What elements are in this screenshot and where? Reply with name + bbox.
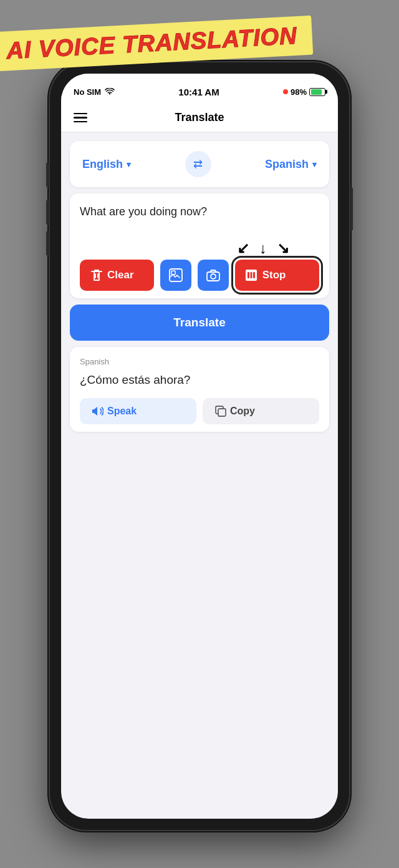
trash-icon xyxy=(91,269,102,281)
battery-percentage: 98% xyxy=(291,87,307,97)
target-language-label: Spanish xyxy=(265,158,309,171)
status-right: 98% xyxy=(283,87,325,97)
nav-title: Translate xyxy=(87,111,312,124)
gallery-button[interactable] xyxy=(160,260,191,291)
camera-button[interactable] xyxy=(198,260,229,291)
source-language-label: English xyxy=(82,158,123,171)
swap-languages-button[interactable]: ⇄ xyxy=(185,151,211,177)
status-left: No SIM xyxy=(74,87,115,97)
screen: No SIM 10:41 AM 98% xyxy=(61,74,338,819)
battery-fill xyxy=(311,89,322,95)
input-text[interactable]: What are you doing now? xyxy=(80,203,319,235)
carrier-label: No SIM xyxy=(74,87,101,97)
input-area: What are you doing now? ↙ ↓ ↘ Clear xyxy=(70,193,329,298)
swap-icon: ⇄ xyxy=(193,157,203,171)
action-buttons: Clear xyxy=(80,260,319,291)
clear-button[interactable]: Clear xyxy=(80,260,154,291)
speak-button[interactable]: Speak xyxy=(80,398,196,424)
battery-dot xyxy=(283,89,288,94)
output-language-label: Spanish xyxy=(80,357,319,366)
gallery-icon xyxy=(169,268,183,282)
copy-label: Copy xyxy=(230,406,255,417)
translate-button[interactable]: Translate xyxy=(70,305,329,341)
battery-icon xyxy=(309,88,325,96)
phone: No SIM 10:41 AM 98% xyxy=(50,62,349,830)
stop-label: Stop xyxy=(262,269,286,281)
target-language-chevron: ▾ xyxy=(312,160,317,169)
arrow-2: ↓ xyxy=(259,240,267,257)
source-language-button[interactable]: English ▾ xyxy=(82,158,131,171)
svg-rect-1 xyxy=(171,271,175,275)
svg-rect-6 xyxy=(250,272,252,278)
nav-bar: Translate xyxy=(61,105,338,132)
camera-icon xyxy=(206,269,220,281)
svg-point-3 xyxy=(211,274,216,279)
output-actions: Speak Copy xyxy=(80,398,319,424)
speak-label: Speak xyxy=(107,406,137,417)
translate-label: Translate xyxy=(173,316,225,329)
copy-icon xyxy=(215,406,226,417)
arrow-1: ↙ xyxy=(237,240,249,257)
copy-button[interactable]: Copy xyxy=(203,398,319,424)
arrow-3: ↘ xyxy=(277,240,289,257)
output-text: ¿Cómo estás ahora? xyxy=(80,371,319,389)
clear-label: Clear xyxy=(107,269,134,281)
hamburger-line-1 xyxy=(74,113,87,115)
stop-record-icon xyxy=(245,269,257,281)
hamburger-menu[interactable] xyxy=(74,113,87,123)
translate-btn-wrapper: Translate xyxy=(70,305,329,341)
arrows-annotation: ↙ ↓ ↘ xyxy=(80,240,319,257)
target-language-button[interactable]: Spanish ▾ xyxy=(265,158,317,171)
svg-rect-8 xyxy=(218,409,226,416)
speaker-icon xyxy=(92,406,103,417)
svg-rect-5 xyxy=(248,272,249,278)
language-selector: English ▾ ⇄ Spanish ▾ xyxy=(70,141,329,187)
source-language-chevron: ▾ xyxy=(127,160,131,169)
stop-button[interactable]: Stop xyxy=(235,260,319,291)
hamburger-line-3 xyxy=(74,121,87,123)
output-area: Spanish ¿Cómo estás ahora? Speak xyxy=(70,347,329,432)
status-bar: No SIM 10:41 AM 98% xyxy=(61,74,338,105)
hamburger-line-2 xyxy=(74,117,87,119)
battery-tip xyxy=(325,90,327,94)
clock: 10:41 AM xyxy=(178,87,219,97)
page-wrapper: AI VOICE TRANSLATION No SIM xyxy=(0,12,399,868)
wifi-icon xyxy=(105,88,115,95)
banner-text: AI VOICE TRANSLATION xyxy=(6,22,297,64)
svg-rect-7 xyxy=(253,272,255,278)
